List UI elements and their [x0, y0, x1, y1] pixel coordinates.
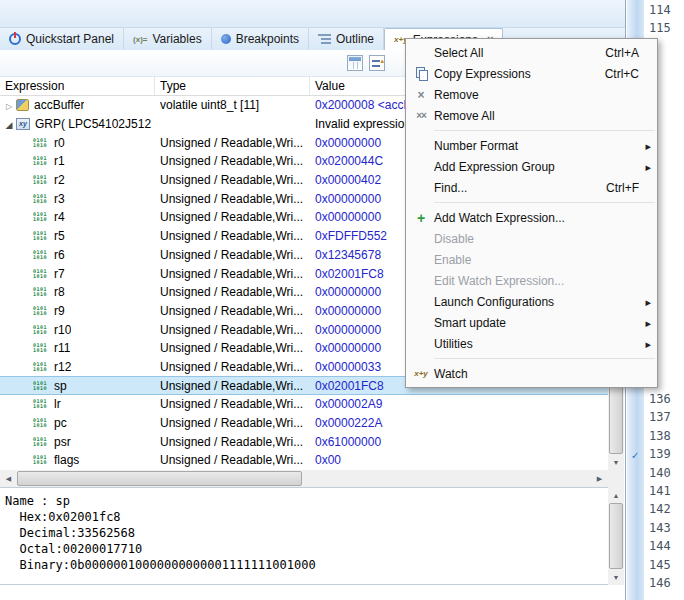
show-columns-icon[interactable] [347, 55, 363, 71]
scroll-down-icon[interactable]: ▼ [608, 569, 624, 585]
tab-label: Variables [153, 32, 202, 46]
value-cell: 0x000002A9 [310, 395, 608, 414]
line-number: 139 [649, 445, 671, 463]
table-row-flags[interactable]: flags Unsigned / Readable,Wri... 0x00 [0, 451, 608, 470]
menu-item-add-watch-expression[interactable]: + Add Watch Expression... [406, 207, 657, 228]
column-header-type[interactable]: Type [155, 77, 310, 95]
value-cell: 0x00 [310, 451, 608, 470]
line-number: 138 [649, 427, 671, 445]
line-number: 142 [649, 500, 671, 518]
expression-label: pc [54, 416, 67, 430]
menu-separator [434, 202, 655, 203]
type-cell: Unsigned / Readable,Wri... [155, 376, 310, 395]
collapse-all-icon[interactable] [369, 55, 385, 71]
register-icon [33, 436, 48, 448]
expression-label: r12 [54, 360, 71, 374]
breakpoints-icon [221, 34, 231, 44]
table-row-psr[interactable]: psr Unsigned / Readable,Wri... 0x6100000… [0, 432, 608, 451]
menu-item-add-expression-group[interactable]: Add Expression Group [406, 156, 657, 177]
horizontal-scrollbar-thumb[interactable] [17, 471, 302, 486]
menu-item-find[interactable]: Find... Ctrl+F [406, 177, 657, 198]
type-cell: Unsigned / Readable,Wri... [155, 451, 310, 470]
register-icon [33, 268, 48, 280]
register-icon [33, 324, 48, 336]
scrollbar-corner [608, 470, 624, 487]
register-icon [33, 398, 48, 410]
remove-icon: × [417, 89, 424, 101]
annotation-check-icon [631, 450, 639, 461]
register-icon [33, 155, 48, 167]
type-cell: Unsigned / Readable,Wri... [155, 152, 310, 171]
menu-item-remove[interactable]: × Remove [406, 84, 657, 105]
line-number: 143 [649, 519, 671, 537]
expression-label: r1 [54, 154, 65, 168]
detail-pane[interactable]: Name : sp Hex:0x02001fc8 Decimal:3356256… [0, 487, 608, 585]
scroll-left-icon[interactable]: ◀ [0, 470, 17, 487]
expression-label: accBuffer [34, 98, 84, 112]
menu-separator [434, 358, 655, 359]
type-cell: Unsigned / Readable,Wri... [155, 358, 310, 377]
expander-expanded-icon[interactable] [2, 117, 16, 131]
expression-label: r10 [54, 323, 71, 337]
line-numbers-bottom: 136 137 138 139 140 141 142 143 144 145 … [649, 390, 671, 592]
detail-scrollbar-thumb[interactable] [609, 503, 623, 569]
type-cell: Unsigned / Readable,Wri... [155, 414, 310, 433]
table-row-pc[interactable]: pc Unsigned / Readable,Wri... 0x0000222A [0, 414, 608, 433]
menu-item-utilities[interactable]: Utilities [406, 333, 657, 354]
expression-label: r5 [54, 229, 65, 243]
watch-icon: x+y [414, 369, 428, 378]
type-cell: Unsigned / Readable,Wri... [155, 302, 310, 321]
register-icon [33, 193, 48, 205]
horizontal-scrollbar: ◀ ▶ [0, 470, 608, 487]
type-cell: Unsigned / Readable,Wri... [155, 432, 310, 451]
type-cell: Unsigned / Readable,Wri... [155, 208, 310, 227]
menu-item-smart-update[interactable]: Smart update [406, 312, 657, 333]
tab-label: Breakpoints [236, 32, 299, 46]
scroll-down-icon[interactable]: ▼ [608, 454, 624, 470]
menu-item-enable: Enable [406, 249, 657, 270]
line-number: 144 [649, 537, 671, 555]
outline-icon [318, 33, 331, 45]
submenu-arrow-icon [645, 160, 651, 174]
menu-item-watch[interactable]: x+y Watch [406, 363, 657, 384]
expression-label: GRP( LPC54102J512 [35, 117, 151, 131]
menu-item-launch-configurations[interactable]: Launch Configurations [406, 291, 657, 312]
submenu-arrow-icon [645, 139, 651, 153]
register-icon [33, 361, 48, 373]
table-row-lr[interactable]: lr Unsigned / Readable,Wri... 0x000002A9 [0, 395, 608, 414]
eclipse-expressions-view: 114 115 136 137 138 139 140 141 142 143 … [0, 0, 684, 600]
tab-variables[interactable]: (x)= Variables [124, 28, 212, 50]
line-number: 136 [649, 390, 671, 408]
type-cell: Unsigned / Readable,Wri... [155, 264, 310, 283]
line-number: 137 [649, 408, 671, 426]
type-cell: Unsigned / Readable,Wri... [155, 246, 310, 265]
detail-line: Binary:0b0000001000000000000111111100100… [5, 557, 608, 573]
column-header-expression[interactable]: Expression [0, 77, 155, 95]
register-icon [33, 454, 48, 466]
expression-label: r8 [54, 285, 65, 299]
type-cell [155, 115, 310, 134]
expression-label: psr [54, 435, 71, 449]
expression-label: r6 [54, 248, 65, 262]
menu-item-remove-all[interactable]: ×× Remove All [406, 105, 657, 126]
menu-item-copy-expressions[interactable]: Copy Expressions Ctrl+C [406, 63, 657, 84]
menu-item-number-format[interactable]: Number Format [406, 135, 657, 156]
tab-breakpoints[interactable]: Breakpoints [212, 28, 309, 50]
upper-view-strip [0, 0, 625, 28]
register-icon [33, 230, 48, 242]
tab-outline[interactable]: Outline [309, 28, 384, 50]
detail-line: Octal:00200017710 [5, 541, 608, 557]
line-number: 140 [649, 464, 671, 482]
scroll-up-icon[interactable]: ▲ [608, 487, 624, 503]
menu-separator [434, 130, 655, 131]
register-icon [33, 137, 48, 149]
expander-collapsed-icon[interactable] [2, 98, 16, 112]
tab-quickstart-panel[interactable]: Quickstart Panel [0, 28, 124, 50]
detail-vertical-scrollbar: ▲ ▼ [608, 487, 624, 585]
detail-line: Name : sp [5, 493, 608, 509]
expression-label: r7 [54, 267, 65, 281]
quickstart-icon [9, 33, 21, 45]
scroll-right-icon[interactable]: ▶ [591, 470, 608, 487]
type-cell: Unsigned / Readable,Wri... [155, 283, 310, 302]
menu-item-select-all[interactable]: Select All Ctrl+A [406, 42, 657, 63]
